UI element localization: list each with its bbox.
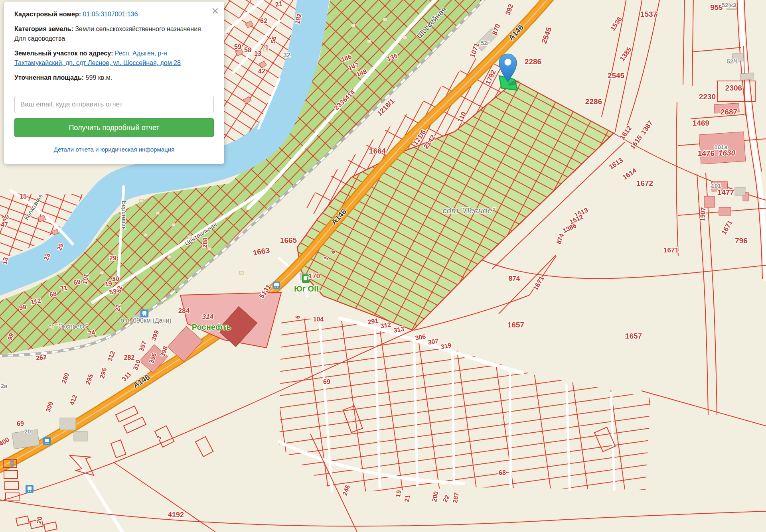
map-label: 59: [234, 43, 241, 50]
map-label: 19: [104, 280, 113, 288]
map-label: 1657: [625, 332, 642, 340]
map-label: Береговая: [121, 201, 128, 230]
map-label: 58: [244, 47, 251, 53]
bus-stop-icon[interactable]: [273, 282, 280, 289]
cadastral-number-row: Кадастровый номер: 01:05:3107001:136: [14, 10, 214, 19]
map-label: 284: [178, 307, 190, 315]
map-label: 68: [499, 469, 506, 476]
map-label: 56: [269, 35, 277, 44]
map-label: сдт "Лесное": [442, 206, 496, 215]
map-label: 99: [19, 303, 27, 311]
map-label: 959: [710, 3, 723, 12]
map-label: 19: [395, 490, 403, 498]
land-category-row: Категория земель: Земли сельскохозяйстве…: [14, 24, 214, 43]
map-label: 69: [323, 378, 330, 385]
map-label: 1664: [369, 147, 386, 155]
map-label: 2545: [608, 71, 625, 80]
train-station-icon[interactable]: [43, 437, 51, 445]
map-label: 314: [202, 313, 214, 321]
area-label: Уточненная площадь:: [14, 74, 84, 81]
map-label: 52г: [481, 40, 490, 46]
map-label: 20: [36, 516, 43, 524]
traffic-light-icon: [10, 459, 14, 467]
area-value: 599 кв.м.: [86, 74, 113, 81]
map-label: Роснефть: [192, 323, 231, 331]
train-station-icon[interactable]: [140, 309, 148, 317]
land-category-value: Земли сельскохозяйственного назначения: [75, 26, 201, 32]
land-category-label: Категория земель:: [14, 26, 73, 32]
map-label: 282: [124, 354, 135, 361]
map-label: 62: [260, 18, 267, 24]
parcel-info-popup: × Кадастровый номер: 01:05:3107001:136 К…: [4, 2, 224, 164]
map-label: 69: [17, 420, 24, 427]
map-label: 2а: [1, 382, 8, 389]
map-label: 1477: [717, 188, 734, 197]
area-row: Уточненная площадь: 599 кв.м.: [14, 73, 214, 83]
train-station-icon[interactable]: [26, 485, 34, 493]
map-label: 21: [114, 304, 122, 312]
land-usage-value: Для садоводства: [14, 35, 65, 42]
map-label: 47: [1, 221, 8, 228]
map-label: 101: [711, 182, 721, 189]
map-label: 13: [1, 256, 9, 265]
map-label: 32: [283, 52, 290, 59]
map-label: 1657: [507, 321, 524, 329]
cadastral-map-app: 2162182561595813423215204713232929101697…: [0, 0, 766, 532]
email-input[interactable]: [14, 96, 214, 113]
map-label: 104: [313, 316, 324, 323]
map-label: 1907: [699, 207, 707, 222]
map-label: 2230: [699, 93, 716, 101]
map-label: 2286: [585, 97, 602, 106]
address-row: Земельный участок по адресу: Респ. Адыге…: [14, 49, 214, 68]
map-label: 1672: [636, 179, 653, 187]
map-label: 1476: [698, 149, 715, 158]
map-label: 1469: [693, 119, 709, 127]
map-label: 4192: [168, 511, 184, 519]
map-label: ст "Экспресс": [48, 323, 88, 330]
map-label: 40: [111, 275, 120, 283]
address-label: Земельный участок по адресу:: [14, 50, 113, 57]
get-report-button[interactable]: Получить подробный отчет: [14, 118, 214, 137]
map-label: 288: [201, 237, 209, 248]
map-label: 68: [49, 290, 57, 298]
map-label: 262: [36, 354, 47, 361]
map-label: 2306: [725, 84, 742, 92]
report-details-link[interactable]: Детали отчета и юридическая информация: [54, 146, 174, 153]
map-label: 52 к3: [722, 2, 736, 8]
map-label: 1665: [280, 236, 297, 244]
map-label: 21: [403, 495, 411, 503]
cadastral-number-label: Кадастровый номер:: [14, 11, 81, 18]
map-label: 1: [265, 44, 269, 51]
details-row: Детали отчета и юридическая информация: [14, 145, 214, 154]
map-label: 53: [109, 288, 117, 296]
map-label: 2687: [721, 108, 737, 116]
map-label: 874: [509, 275, 520, 282]
map-label: 15: [20, 193, 27, 200]
close-icon[interactable]: ×: [211, 5, 219, 17]
map-label: 20: [24, 428, 31, 435]
map-label: 101а: [714, 144, 728, 150]
cadastral-number-link[interactable]: 01:05:3107001:136: [83, 11, 138, 18]
map-label: 170: [309, 272, 320, 280]
map-label: о.п. 690км (Дачи): [120, 317, 171, 324]
map-label: 796: [735, 236, 748, 245]
map-label: 52/1: [727, 58, 738, 65]
map-label: Юг OIL: [294, 284, 321, 293]
map-label: 71: [60, 284, 68, 292]
map-label: 42: [258, 68, 265, 75]
map-label: 1537: [640, 10, 657, 18]
map-label: 69: [73, 278, 81, 286]
map-label: 2286: [525, 57, 541, 66]
map-label: 29: [109, 255, 116, 262]
map-label: 13: [254, 50, 261, 57]
map-label: 1671: [663, 246, 679, 254]
divider: [14, 89, 214, 89]
